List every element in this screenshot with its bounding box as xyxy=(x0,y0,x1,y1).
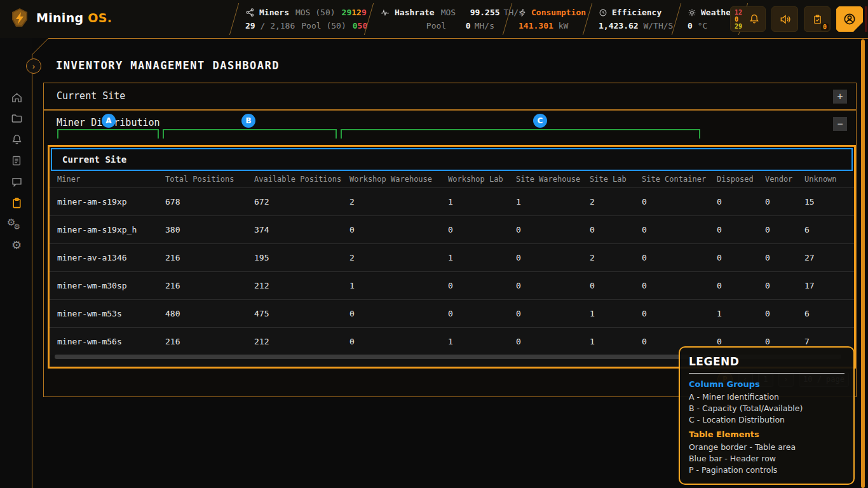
bell-outline-icon xyxy=(11,133,23,146)
sidebar-item-reports[interactable] xyxy=(10,154,23,167)
collapse-panel-button[interactable]: − xyxy=(833,117,847,131)
app-logo[interactable]: Mining OS. xyxy=(9,7,112,29)
table-cell: 0 xyxy=(634,271,709,299)
table-cell: 0 xyxy=(757,243,797,271)
sidebar-item-files[interactable] xyxy=(10,112,23,125)
hashrate-pool-value: 0 xyxy=(456,21,475,30)
miners-mos-online: 29 xyxy=(342,8,352,17)
consumption-unit: kW xyxy=(559,21,569,30)
table-row: miner-wm-m30sp216212100000017 xyxy=(50,271,854,299)
tasks-button[interactable]: 0 xyxy=(804,6,831,32)
table-row: miner-am-s19xp_h38037400000006 xyxy=(50,215,854,243)
legend-item: B - Capacity (Total/Available) xyxy=(689,403,844,414)
sidebar-item-home[interactable] xyxy=(10,91,23,104)
miners-total: / 2,186 xyxy=(260,21,295,30)
legend-section-heading: Column Groups xyxy=(689,379,844,389)
folder-icon xyxy=(11,112,23,125)
weather-unit: °C xyxy=(698,21,708,30)
stat-efficiency: Efficiency 1,423.62 W/TH/S xyxy=(586,0,675,38)
table-cell: 0 xyxy=(342,299,440,327)
topbar: Mining OS. Miners MOS (50) 29 12 xyxy=(0,0,868,38)
table-header-row: MinerTotal PositionsAvailable PositionsW… xyxy=(50,171,854,187)
topbar-stats: Miners MOS (50) 29 12 9 29 / 2,186 Pool … xyxy=(233,0,745,38)
column-header: Available Positions xyxy=(247,171,342,187)
weather-sun-icon xyxy=(688,8,696,17)
current-site-panel: Current Site + xyxy=(43,83,857,110)
miners-icon xyxy=(245,8,255,17)
table-cell: 15 xyxy=(797,187,854,215)
stat-hashrate: Hashrate MOS99.255TH/s Pool0MH/s xyxy=(367,0,506,38)
table-cell: 0 xyxy=(757,187,797,215)
notification-badges: 12 0 29 xyxy=(735,9,742,30)
table-cell: 678 xyxy=(158,187,247,215)
table-cell: 0 xyxy=(582,271,634,299)
announcements-button[interactable] xyxy=(771,6,798,32)
table-cell: 6 xyxy=(797,299,854,327)
app-title: Mining OS. xyxy=(36,11,112,25)
clipboard-check-icon xyxy=(812,14,823,25)
hashrate-icon xyxy=(380,8,390,17)
table-cell: 475 xyxy=(247,299,342,327)
table-cell: miner-am-s19xp_h xyxy=(50,215,158,243)
table-cell: 212 xyxy=(247,327,342,355)
legend-item: Orange border - Table area xyxy=(689,442,844,453)
file-text-icon xyxy=(11,155,22,166)
table-row: miner-am-s19xp678672211200015 xyxy=(50,187,854,215)
badge-info: 29 xyxy=(735,23,742,30)
current-site-panel-title: Current Site xyxy=(57,90,125,102)
chevron-right-icon: › xyxy=(31,62,36,71)
vertical-scrollbar[interactable] xyxy=(861,39,865,488)
column-group-bracket-b xyxy=(163,129,337,139)
table-cell: miner-av-a1346 xyxy=(50,243,158,271)
table-cell: 0 xyxy=(508,215,582,243)
table-cell: 0 xyxy=(709,271,757,299)
table-cell: 0 xyxy=(757,271,797,299)
sidebar-item-messages[interactable] xyxy=(10,175,23,188)
table-cell: 0 xyxy=(440,299,508,327)
chat-icon xyxy=(11,176,23,188)
sidebar-item-operations[interactable]: ⚙ ⚙ xyxy=(10,218,23,231)
sidebar: ⚙ ⚙ ⚙ xyxy=(0,38,32,488)
table-title: Current Site xyxy=(52,154,126,165)
weather-label: Weather xyxy=(688,8,736,17)
column-group-bracket-c xyxy=(341,129,700,139)
account-button[interactable] xyxy=(836,6,863,32)
legend-item: A - Miner Identification xyxy=(689,391,844,403)
topbar-edge-strip xyxy=(865,6,867,32)
table-cell: 0 xyxy=(709,187,757,215)
column-header: Unknown xyxy=(797,171,854,187)
sidebar-collapse-button[interactable]: › xyxy=(26,58,41,74)
table-cell: 1 xyxy=(582,299,634,327)
table-cell: 216 xyxy=(158,327,247,355)
legend-section-heading: Table Elements xyxy=(689,430,844,439)
column-header: Site Container xyxy=(634,171,709,187)
logo-bolt-icon xyxy=(9,7,31,29)
miners-mos-label: MOS (50) xyxy=(295,8,336,17)
miners-mos-offline: 9 xyxy=(362,8,367,17)
column-group-bracket-a xyxy=(57,129,159,139)
table-cell: 1 xyxy=(440,243,508,271)
speaker-icon xyxy=(779,13,791,25)
table-cell: 2 xyxy=(342,187,440,215)
table-cell: 27 xyxy=(797,243,854,271)
miners-label: Miners xyxy=(245,8,289,17)
sidebar-item-settings[interactable]: ⚙ xyxy=(10,239,23,252)
sidebar-item-alerts[interactable] xyxy=(10,133,23,146)
miners-pool-label: Pool (50) xyxy=(301,21,346,30)
table-cell: 0 xyxy=(582,215,634,243)
column-header: Disposed xyxy=(709,171,757,187)
table-cell: 0 xyxy=(508,271,582,299)
notifications-button[interactable]: 12 0 29 xyxy=(730,6,766,32)
table-cell: 0 xyxy=(508,299,582,327)
table-cell: miner-wm-m53s xyxy=(50,299,158,327)
hashrate-label: Hashrate xyxy=(380,8,435,17)
settings-gear-icon: ⚙ xyxy=(11,240,22,251)
expand-panel-button[interactable]: + xyxy=(833,90,847,104)
table-cell: miner-am-s19xp xyxy=(50,187,158,215)
efficiency-unit: W/TH/S xyxy=(643,21,673,30)
sidebar-item-inventory-active[interactable] xyxy=(10,196,23,209)
table-cell: 17 xyxy=(797,271,854,299)
table-cell: 380 xyxy=(158,215,247,243)
table-cell: 480 xyxy=(158,299,247,327)
annotation-badge-c: C xyxy=(533,114,547,128)
